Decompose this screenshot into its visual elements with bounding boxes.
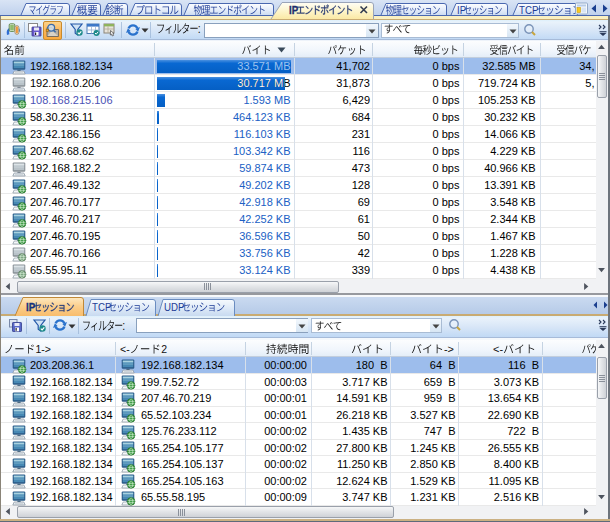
- svg-text:1->: 1->: [36, 343, 51, 355]
- svg-text:IP: IP: [457, 4, 466, 16]
- svg-text:IP: IP: [26, 301, 35, 313]
- svg-text:2: 2: [161, 343, 167, 355]
- svg-text:<-: <-: [120, 343, 130, 355]
- svg-text:TCP: TCP: [92, 301, 111, 313]
- svg-text:TCP: TCP: [519, 4, 538, 16]
- svg-text::: :: [122, 319, 125, 332]
- svg-text:->: ->: [444, 343, 454, 355]
- svg-text:UDP: UDP: [164, 301, 185, 313]
- svg-text:<-: <-: [493, 343, 503, 355]
- svg-text::: :: [198, 22, 201, 35]
- svg-text:IP: IP: [289, 4, 298, 16]
